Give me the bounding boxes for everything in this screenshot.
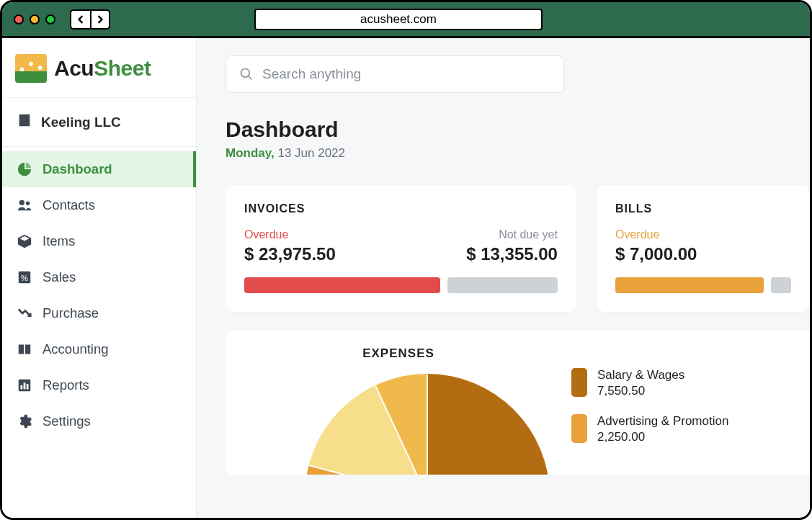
- org-selector[interactable]: Keeling LLC: [2, 98, 196, 147]
- sidebar-item-dashboard[interactable]: Dashboard: [2, 151, 196, 187]
- legend-swatch: [571, 368, 587, 397]
- svg-rect-6: [24, 382, 26, 389]
- invoices-notdue-stat: Not due yet $ 13,355.00: [466, 228, 558, 264]
- legend-item[interactable]: Salary & Wages 7,550.50: [571, 368, 728, 398]
- card-title: INVOICES: [244, 202, 558, 215]
- minimize-window-button[interactable]: [30, 14, 40, 24]
- notdue-bar: [447, 277, 558, 293]
- sidebar-nav: Dashboard Contacts Items %: [2, 147, 196, 439]
- maximize-window-button[interactable]: [45, 14, 55, 24]
- legend-name: Advertising & Promotion: [597, 414, 728, 429]
- main-content: Dashboard Monday, 13 Jun 2022 INVOICES O…: [197, 38, 810, 518]
- book-icon: [17, 341, 32, 357]
- invoices-stats: Overdue $ 23,975.50 Not due yet $ 13,355…: [244, 228, 558, 264]
- sidebar-item-reports[interactable]: Reports: [2, 367, 196, 403]
- svg-point-0: [19, 200, 24, 205]
- overdue-bar: [615, 277, 764, 293]
- search-icon: [239, 67, 254, 81]
- svg-text:%: %: [21, 274, 28, 282]
- legend-value: 7,550.50: [597, 384, 684, 398]
- stat-value: $ 23,975.50: [244, 244, 336, 264]
- page-header: Dashboard Monday, 13 Jun 2022: [226, 117, 810, 161]
- card-title: BILLS: [615, 202, 791, 215]
- bills-overdue-stat: Overdue $ 7,000.00: [615, 228, 791, 264]
- invoices-progress: [244, 277, 558, 293]
- page-title: Dashboard: [226, 117, 810, 142]
- sidebar-item-label: Items: [43, 233, 75, 249]
- stat-value: $ 7,000.00: [615, 244, 791, 264]
- svg-rect-5: [21, 385, 23, 390]
- app-root: AcuSheet Keeling LLC Dashboard: [2, 38, 810, 518]
- close-window-button[interactable]: [14, 14, 24, 24]
- stat-label: Overdue: [244, 228, 336, 241]
- overdue-bar: [244, 277, 440, 293]
- legend-name: Salary & Wages: [597, 368, 684, 382]
- people-icon: [17, 197, 32, 213]
- stat-label: Not due yet: [466, 228, 558, 241]
- svg-line-9: [249, 76, 252, 80]
- date-rest: 13 Jun 2022: [277, 146, 345, 160]
- sidebar-item-sales[interactable]: % Sales: [2, 259, 196, 295]
- bar-chart-icon: [17, 377, 32, 393]
- sidebar-item-label: Reports: [43, 377, 89, 393]
- sidebar-item-settings[interactable]: Settings: [2, 403, 196, 439]
- legend-swatch: [571, 414, 587, 443]
- expenses-pie-chart: [305, 374, 550, 475]
- sidebar-item-label: Contacts: [43, 197, 95, 213]
- percent-tag-icon: %: [17, 269, 32, 285]
- expenses-card[interactable]: EXPENSES Salary & Wages 7,550.50: [226, 331, 810, 475]
- summary-cards-row: INVOICES Overdue $ 23,975.50 Not due yet…: [226, 185, 810, 312]
- brand-logo[interactable]: AcuSheet: [2, 38, 196, 98]
- sidebar-item-label: Accounting: [43, 341, 109, 357]
- building-icon: [17, 112, 32, 132]
- bills-progress: [615, 277, 791, 293]
- stat-value: $ 13,355.00: [466, 244, 558, 264]
- browser-window: acusheet.com AcuSheet Keeling LLC: [0, 0, 812, 520]
- brand-part2: Sheet: [94, 56, 151, 80]
- browser-nav-arrows: [70, 9, 110, 30]
- sidebar-item-label: Sales: [43, 269, 76, 285]
- date-weekday: Monday,: [226, 146, 275, 160]
- legend-item[interactable]: Advertising & Promotion 2,250.00: [571, 414, 728, 444]
- trend-down-icon: [17, 305, 32, 321]
- pie-chart-icon: [17, 161, 32, 177]
- browser-back-button[interactable]: [70, 9, 90, 30]
- brand-logo-text: AcuSheet: [54, 56, 151, 81]
- remainder-bar: [771, 277, 791, 293]
- sidebar-item-accounting[interactable]: Accounting: [2, 331, 196, 367]
- legend-value: 2,250.00: [597, 430, 728, 444]
- svg-point-8: [241, 69, 250, 78]
- browser-toolbar: acusheet.com: [2, 2, 810, 38]
- sidebar-item-purchase[interactable]: Purchase: [2, 295, 196, 331]
- box-icon: [17, 233, 32, 249]
- sidebar-item-label: Dashboard: [43, 161, 112, 177]
- svg-point-1: [26, 202, 30, 206]
- window-controls: [14, 14, 55, 24]
- page-date: Monday, 13 Jun 2022: [226, 146, 810, 161]
- browser-forward-button[interactable]: [90, 9, 110, 30]
- search-input[interactable]: [262, 66, 550, 82]
- invoices-card[interactable]: INVOICES Overdue $ 23,975.50 Not due yet…: [226, 185, 576, 312]
- stat-label: Overdue: [615, 228, 791, 241]
- svg-rect-7: [27, 384, 29, 389]
- invoices-overdue-stat: Overdue $ 23,975.50: [244, 228, 336, 264]
- sidebar-item-contacts[interactable]: Contacts: [2, 187, 196, 223]
- sidebar-item-label: Settings: [43, 413, 91, 429]
- sidebar-item-label: Purchase: [43, 305, 99, 321]
- bills-card[interactable]: BILLS Overdue $ 7,000.00: [597, 185, 810, 312]
- brand-logo-icon: [15, 54, 47, 83]
- sidebar: AcuSheet Keeling LLC Dashboard: [2, 38, 197, 518]
- expenses-legend: Salary & Wages 7,550.50 Advertising & Pr…: [571, 368, 728, 444]
- gear-icon: [17, 413, 32, 429]
- address-bar[interactable]: acusheet.com: [254, 9, 543, 30]
- address-bar-url: acusheet.com: [360, 12, 437, 27]
- sidebar-item-items[interactable]: Items: [2, 223, 196, 259]
- card-title: EXPENSES: [247, 346, 550, 361]
- brand-part1: Acu: [54, 56, 94, 80]
- org-name: Keeling LLC: [41, 115, 121, 130]
- search-box[interactable]: [226, 55, 564, 93]
